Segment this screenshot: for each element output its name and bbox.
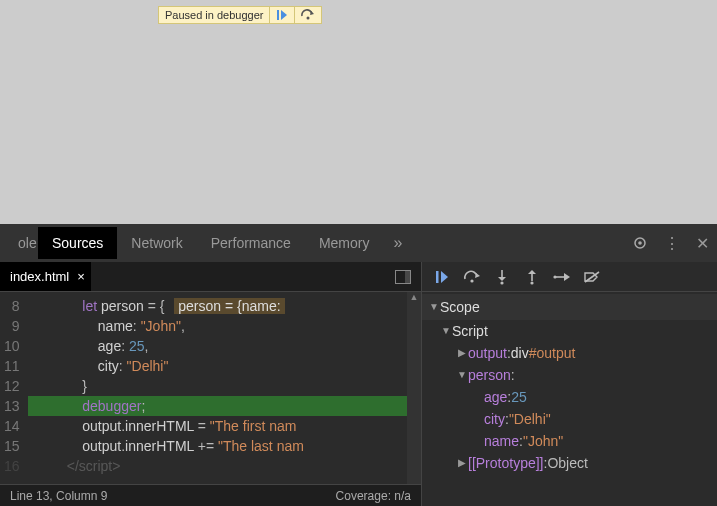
scope-value: div#output (511, 342, 576, 364)
scope-key: name (484, 430, 519, 452)
code-content: let person = { person = {name: name: "Jo… (28, 292, 421, 484)
code-line: let person = { person = {name: (28, 296, 421, 316)
svg-marker-19 (564, 273, 570, 281)
scrollbar[interactable]: ▲ (407, 292, 421, 484)
tab-sources[interactable]: Sources (38, 227, 117, 259)
chevron-down-icon: ▼ (440, 320, 452, 342)
svg-point-17 (530, 281, 533, 284)
chevron-down-icon: ▼ (428, 296, 440, 318)
svg-marker-13 (498, 277, 506, 281)
scope-row[interactable]: age: 25 (422, 386, 717, 408)
svg-point-20 (553, 275, 556, 278)
code-line: age: 25, (28, 336, 421, 356)
svg-rect-7 (405, 271, 410, 283)
scope-script-label: Script (452, 320, 488, 342)
kebab-icon[interactable]: ⋮ (656, 234, 688, 253)
tab-memory[interactable]: Memory (305, 227, 384, 259)
tab-console[interactable]: ole (4, 227, 38, 259)
chevron-right-icon: ▶ (456, 452, 468, 474)
scope-value: "John" (523, 430, 563, 452)
scope-title: Scope (440, 296, 480, 318)
svg-point-3 (307, 17, 310, 20)
status-position: Line 13, Column 9 (10, 489, 107, 503)
paused-banner-text: Paused in debugger (159, 8, 269, 22)
step-over-icon[interactable] (294, 7, 321, 23)
svg-rect-8 (436, 271, 439, 283)
inline-value-hint: person = {name: (174, 298, 284, 314)
code-editor[interactable]: 8910111213141516 let person = { person =… (0, 292, 421, 484)
step-button[interactable] (548, 265, 576, 289)
chevron-right-icon: ▶ (456, 342, 468, 364)
scope-row[interactable]: city: "Delhi" (422, 408, 717, 430)
svg-marker-9 (441, 271, 448, 283)
code-line: } (28, 376, 421, 396)
more-tabs-icon[interactable]: » (383, 234, 412, 252)
scope-script-row[interactable]: ▼ Script (422, 320, 717, 342)
sources-pane: index.html × 8910111213141516 let person… (0, 262, 422, 506)
scope-key: output (468, 342, 507, 364)
debugger-toolbar (422, 262, 717, 292)
scope-value: 25 (511, 386, 527, 408)
code-line: city: "Delhi" (28, 356, 421, 376)
code-line: debugger; (28, 396, 421, 416)
code-line: output.innerHTML = "The first nam (28, 416, 421, 436)
resume-button[interactable] (428, 265, 456, 289)
scope-value: "Delhi" (509, 408, 551, 430)
gear-icon[interactable] (624, 235, 656, 251)
status-coverage: Coverage: n/a (336, 489, 411, 503)
svg-point-5 (638, 241, 642, 245)
scroll-up-icon[interactable]: ▲ (407, 292, 421, 306)
debugger-pane: ▼ Scope ▼ Script ▶output: div#output▼per… (422, 262, 717, 506)
resume-icon[interactable] (269, 7, 294, 23)
code-line: </script​> (28, 456, 421, 476)
scope-value: Object (547, 452, 587, 474)
svg-marker-1 (281, 10, 287, 20)
scope-key: age (484, 386, 507, 408)
file-tab-close-icon[interactable]: × (77, 269, 85, 284)
deactivate-breakpoints-button[interactable] (578, 265, 606, 289)
svg-point-14 (500, 281, 503, 284)
code-line: output.innerHTML += "The last nam (28, 436, 421, 456)
scope-key: person (468, 364, 511, 386)
line-gutter: 8910111213141516 (0, 292, 28, 484)
scope-row[interactable]: ▶[[Prototype]]: Object (422, 452, 717, 474)
devtools-tabs: ole Sources Network Performance Memory »… (0, 224, 717, 262)
tab-performance[interactable]: Performance (197, 227, 305, 259)
chevron-down-icon: ▼ (456, 364, 468, 386)
code-line: name: "John", (28, 316, 421, 336)
file-tab-bar: index.html × (0, 262, 421, 292)
step-over-button[interactable] (458, 265, 486, 289)
scope-key: city (484, 408, 505, 430)
scope-panel: ▼ Scope ▼ Script ▶output: div#output▼per… (422, 292, 717, 506)
scope-row[interactable]: ▶output: div#output (422, 342, 717, 364)
file-tab-index[interactable]: index.html × (0, 262, 91, 291)
scope-key: [[Prototype]] (468, 452, 543, 474)
scope-row[interactable]: ▼person: (422, 364, 717, 386)
svg-rect-0 (277, 10, 279, 20)
devtools-panel: ole Sources Network Performance Memory »… (0, 224, 717, 506)
paused-banner: Paused in debugger (158, 6, 322, 24)
svg-point-11 (470, 279, 473, 282)
scope-section-header[interactable]: ▼ Scope (422, 294, 717, 320)
step-out-button[interactable] (518, 265, 546, 289)
svg-marker-16 (528, 270, 536, 274)
tab-network[interactable]: Network (117, 227, 196, 259)
scope-row[interactable]: name: "John" (422, 430, 717, 452)
close-icon[interactable]: ✕ (688, 234, 717, 253)
step-into-button[interactable] (488, 265, 516, 289)
status-bar: Line 13, Column 9 Coverage: n/a (0, 484, 421, 506)
toggle-sidebar-icon[interactable] (385, 270, 421, 284)
file-tab-label: index.html (10, 269, 69, 284)
